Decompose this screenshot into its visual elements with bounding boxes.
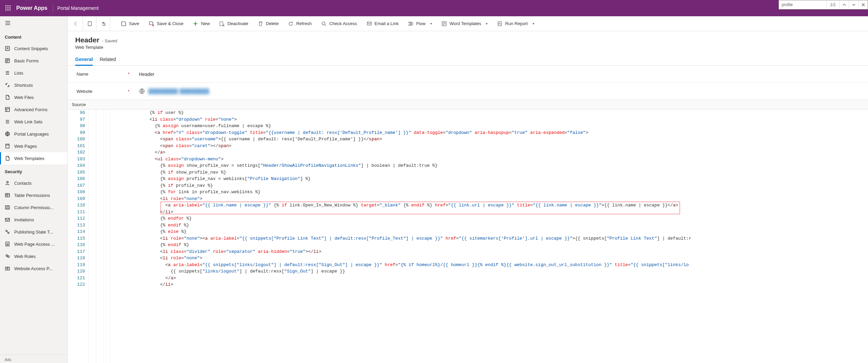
check-access-button[interactable]: Check Access — [316, 16, 362, 31]
line-number: 121 — [68, 275, 88, 282]
deactivate-button[interactable]: Deactivate — [214, 16, 253, 31]
code-line[interactable]: {% assign show_profile_nav = settings["H… — [112, 162, 868, 169]
run-report-button[interactable]: Run Report▾ — [492, 16, 539, 31]
line-number: 114 — [68, 228, 88, 235]
code-line[interactable]: </li> — [112, 281, 868, 288]
code-line[interactable]: </a> — [112, 275, 868, 282]
delete-button[interactable]: Delete — [253, 16, 284, 31]
svg-rect-20 — [6, 242, 9, 246]
svg-rect-2 — [9, 5, 11, 6]
find-close-button[interactable] — [858, 0, 868, 9]
sidebar-item-website-access-p[interactable]: Website Access P... — [0, 262, 67, 275]
command-bar: Save Save & Close New Deactivate Delete … — [68, 16, 868, 31]
report-icon — [497, 21, 502, 26]
required-star: * — [128, 72, 129, 77]
svg-rect-30 — [367, 22, 371, 25]
code-line[interactable]: <ul class="dropdown-menu"> — [112, 156, 868, 163]
line-number: 110 — [68, 202, 88, 209]
sidebar-item-web-pages[interactable]: Web Pages — [0, 140, 67, 152]
code-line[interactable]: <li class="divider" role="separator" ari… — [112, 248, 868, 255]
new-button[interactable]: New — [188, 16, 214, 31]
save-icon — [121, 21, 126, 26]
sidebar-item-column-permissio[interactable]: Column Permissio... — [0, 201, 67, 214]
back-button[interactable] — [69, 16, 83, 31]
code-line[interactable]: {% assign username=user.fullname | escap… — [112, 123, 868, 129]
code-line[interactable]: <span class="username">{{ username | def… — [112, 136, 868, 143]
sidebar-item-advanced-forms[interactable]: Advanced Forms — [0, 103, 67, 116]
product-name[interactable]: Power Apps — [16, 5, 53, 11]
code-line[interactable]: <li role="none"> — [112, 196, 868, 202]
code-line[interactable]: {% else %} — [112, 228, 868, 235]
line-number: 116 — [68, 242, 88, 248]
code-line[interactable]: <a aria-label="{{ snippets["links/logout… — [112, 262, 868, 268]
code-editor[interactable]: 9697989910010110210310410510610710810911… — [68, 109, 868, 363]
find-prev-button[interactable] — [839, 0, 849, 9]
open-in-new-button[interactable] — [83, 16, 96, 31]
tab-general[interactable]: General — [75, 55, 93, 65]
sidebar-item-publishing-state-t[interactable]: Publishing State T... — [0, 226, 67, 238]
code-line[interactable]: <span class="caret"></span> — [112, 143, 868, 149]
sidebar-footer: Ads — [0, 355, 67, 363]
code-line[interactable]: {% if user %} — [112, 109, 868, 116]
record-title: Header — [75, 36, 99, 44]
save-close-icon — [149, 21, 154, 26]
sidebar-item-content-snippets[interactable]: Content Snippets — [0, 42, 67, 55]
popout-button[interactable] — [96, 16, 110, 31]
code-line[interactable]: <li class="dropdown" role="none"> — [112, 116, 868, 123]
email-label: Email a Link — [375, 21, 399, 26]
area-name[interactable]: Portal Management — [57, 5, 99, 11]
code-line[interactable]: {% endif %} — [112, 242, 868, 248]
sidebar-item-web-templates[interactable]: Web Templates — [0, 152, 67, 164]
sidebar-item-basic-forms[interactable]: Basic Forms — [0, 55, 67, 67]
svg-rect-28 — [220, 22, 223, 26]
save-button[interactable]: Save — [116, 16, 144, 31]
sidebar-item-table-permissions[interactable]: Table Permissions — [0, 189, 67, 201]
svg-point-22 — [6, 255, 8, 257]
svg-point-21 — [7, 244, 8, 245]
sidebar-item-web-page-access[interactable]: Web Page Access ... — [0, 238, 67, 250]
app-launcher-icon[interactable] — [0, 0, 16, 16]
code-line[interactable]: {% if profile_nav %} — [112, 182, 868, 189]
sidebar-item-contacts[interactable]: Contacts — [0, 177, 67, 189]
sidebar-item-label: Publishing State T... — [14, 229, 53, 235]
website-lookup[interactable]: ████████ ████████ — [136, 88, 209, 94]
sidebar-item-web-roles[interactable]: Web Roles — [0, 250, 67, 262]
email-link-button[interactable]: Email a Link — [362, 16, 404, 31]
sidebar-item-web-link-sets[interactable]: Web Link Sets — [0, 116, 67, 128]
sidebar-item-portal-languages[interactable]: Portal Languages — [0, 128, 67, 140]
save-close-button[interactable]: Save & Close — [144, 16, 188, 31]
tableperm-icon — [5, 193, 10, 198]
sidebar-toggle[interactable] — [0, 16, 67, 30]
code-line[interactable]: {% endfor %} — [112, 215, 868, 222]
code-line[interactable]: {% assign profile_nav = weblinks["Profil… — [112, 176, 868, 182]
flow-icon — [408, 21, 413, 26]
chevron-down-icon: ▾ — [486, 22, 488, 25]
plus-icon — [193, 21, 198, 26]
sidebar-item-label: Table Permissions — [14, 193, 50, 198]
find-next-button[interactable] — [849, 0, 858, 9]
sidebar-item-shortcuts[interactable]: Shortcuts — [0, 79, 67, 91]
sidebar-item-lists[interactable]: Lists — [0, 67, 67, 79]
code-line[interactable]: <a href="#" class="dropdown-toggle" titl… — [112, 129, 868, 136]
svg-rect-4 — [7, 7, 8, 8]
line-number: 122 — [68, 281, 88, 288]
flow-button[interactable]: Flow▾ — [403, 16, 436, 31]
word-templates-button[interactable]: Word Templates▾ — [437, 16, 492, 31]
name-input[interactable]: Header — [136, 72, 154, 77]
code-line[interactable]: {% if show_profile_nav %} — [112, 169, 868, 176]
code-line[interactable]: </a> — [112, 149, 868, 156]
line-number: 103 — [68, 156, 88, 163]
code-line[interactable]: {{ snippets["links/logout"] | default:re… — [112, 268, 868, 275]
svg-rect-26 — [88, 22, 91, 26]
sidebar-item-invitations[interactable]: Invitations — [0, 214, 67, 226]
find-input[interactable] — [779, 0, 826, 9]
code-line[interactable]: <li role="none"><a aria-label="{{ snippe… — [112, 235, 868, 242]
sidebar-item-web-files[interactable]: Web Files — [0, 91, 67, 103]
code-line[interactable]: <li role="none"> — [112, 255, 868, 262]
tab-related[interactable]: Related — [100, 55, 116, 65]
refresh-button[interactable]: Refresh — [283, 16, 316, 31]
code-line[interactable]: {% endif %} — [112, 222, 868, 229]
form-area: Name * Header Website * ████████ ███████… — [68, 66, 868, 100]
code-line[interactable]: {% for link in profile_nav.weblinks %} — [112, 189, 868, 196]
save-close-label: Save & Close — [157, 21, 184, 26]
